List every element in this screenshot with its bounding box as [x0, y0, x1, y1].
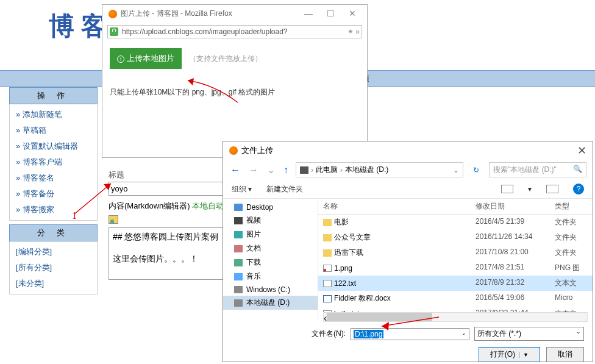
sidebar-item[interactable]: 草稿箱	[10, 123, 97, 138]
file-row[interactable]: 电影2016/4/5 21:39文件夹	[318, 215, 593, 230]
minimize-button[interactable]: —	[298, 9, 319, 18]
preview-pane-button[interactable]	[546, 185, 558, 193]
folder-icon	[234, 217, 243, 224]
sidebar-item[interactable]: 博客签名	[10, 170, 97, 186]
popup-title: 图片上传 - 博客园 - Mozilla Firefox	[121, 9, 232, 19]
filename-value: D:\1.png	[354, 330, 383, 338]
file-row[interactable]: 1.png2017/4/8 21:51PNG 图	[318, 260, 593, 276]
tree-item[interactable]: 文档	[223, 241, 318, 255]
folder-icon	[234, 204, 243, 211]
png-icon	[323, 265, 332, 272]
folder-icon	[323, 249, 332, 257]
address-bar[interactable]: https://upload.cnblogs.com/imageuploader…	[107, 25, 362, 38]
filename-input[interactable]: D:\1.png ⌄	[351, 328, 469, 340]
folder-icon	[234, 245, 243, 252]
tree-item[interactable]: Desktop	[223, 201, 318, 213]
sidebar-category[interactable]: [未分类]	[10, 276, 97, 291]
folder-icon	[234, 299, 243, 307]
search-input[interactable]: 搜索"本地磁盘 (D:)" 🔍	[489, 162, 586, 177]
new-folder-button[interactable]: 新建文件夹	[266, 184, 303, 194]
search-icon: 🔍	[573, 165, 582, 175]
bc-drive[interactable]: 本地磁盘 (D:)	[345, 165, 388, 175]
nav-back-button[interactable]: ←	[229, 165, 241, 176]
sidebar-item[interactable]: 博客客户端	[10, 154, 97, 170]
folder-icon	[234, 231, 243, 238]
sidebar: 操 作 添加新随笔草稿箱设置默认编辑器博客客户端博客签名博客备份博客搬家 分 类…	[9, 87, 98, 294]
sidebar-category[interactable]: [编辑分类]	[10, 244, 97, 260]
tree-item[interactable]: 图片	[223, 227, 318, 241]
col-type[interactable]: 类型	[550, 199, 593, 214]
file-list: 名称 修改日期 类型 电影2016/4/5 21:39文件夹公众号文章2016/…	[318, 199, 593, 321]
txt-icon	[323, 280, 332, 287]
col-name[interactable]: 名称	[318, 199, 471, 214]
file-row[interactable]: 122.txt2017/8/9 21:32文本文	[318, 276, 593, 291]
nav-up-button[interactable]: ↑	[282, 165, 290, 176]
maximize-button[interactable]: ☐	[319, 9, 341, 18]
view-options-button[interactable]	[501, 185, 513, 193]
upload-popup: 图片上传 - 博客园 - Mozilla Firefox — ☐ ✕ https…	[102, 4, 368, 158]
open-label: 打开(O)	[490, 349, 515, 360]
drag-hint: （支持文件拖放上传）	[189, 54, 262, 64]
col-date[interactable]: 修改日期	[471, 199, 550, 214]
search-placeholder: 搜索"本地磁盘 (D:)"	[493, 165, 557, 175]
docx-icon	[323, 295, 332, 302]
cancel-button[interactable]: 取消	[546, 347, 584, 362]
upload-icon: ↑	[117, 55, 124, 63]
nav-forward-button[interactable]: →	[248, 165, 260, 176]
folder-icon	[234, 273, 243, 280]
content-label-text: 内容	[109, 201, 124, 210]
file-type-filter[interactable]: 所有文件 (*.*) ⌄	[474, 327, 584, 341]
folder-icon	[234, 286, 243, 293]
file-row[interactable]: 公众号文章2016/11/26 14:34文件夹	[318, 230, 593, 245]
refresh-button[interactable]: ↻	[469, 164, 483, 176]
tree-item[interactable]: 音乐	[223, 269, 318, 284]
sidebar-cat-header: 分 类	[9, 224, 98, 241]
firefox-icon	[229, 146, 238, 155]
sidebar-ops-header: 操 作	[9, 87, 98, 104]
annotation-1: 1	[72, 210, 77, 221]
nav-dropdown[interactable]: ⌄	[266, 164, 276, 176]
upload-local-image-button[interactable]: ↑上传本地图片	[110, 48, 182, 69]
tree-item[interactable]: 本地磁盘 (D:)	[223, 296, 318, 310]
folder-icon	[323, 234, 332, 241]
folder-icon	[323, 219, 332, 226]
folder-tree: Desktop视频图片文档下载音乐Windows (C:)本地磁盘 (D:)	[223, 199, 318, 321]
filename-label: 文件名(N):	[312, 329, 346, 339]
tree-item[interactable]: 下载	[223, 255, 318, 269]
sidebar-category[interactable]: [所有分类]	[10, 260, 97, 276]
tree-item[interactable]: Windows (C:)	[223, 284, 318, 296]
upload-btn-label: 上传本地图片	[127, 54, 174, 63]
file-row[interactable]: 迅雷下载2017/10/8 21:00文件夹	[318, 245, 593, 260]
addr-tray[interactable]: ✴ »	[347, 27, 360, 36]
file-row[interactable]: Fiddler 教程.docx2016/5/4 19:06Micro	[318, 291, 593, 306]
dialog-close-button[interactable]: ✕	[577, 144, 586, 157]
dialog-title: 文件上传	[241, 145, 273, 156]
sidebar-item[interactable]: 博客搬家	[10, 202, 97, 218]
sidebar-item[interactable]: 添加新随笔	[10, 107, 97, 123]
lock-icon	[110, 27, 118, 36]
insert-image-icon[interactable]	[109, 215, 118, 224]
horiz-scrollbar[interactable]: ‹	[323, 312, 588, 322]
size-hint: 只能上传单张10M以下的 png、jpg、gif 格式的图片	[110, 87, 360, 98]
close-button[interactable]: ✕	[341, 9, 363, 18]
tree-item[interactable]: 视频	[223, 213, 318, 227]
open-button[interactable]: 打开(O) ▼	[479, 347, 540, 362]
content-paren: (Markdown编辑器)	[124, 201, 190, 210]
url-text: https://upload.cnblogs.com/imageuploader…	[122, 27, 347, 36]
pc-icon	[300, 166, 308, 174]
help-button[interactable]: ?	[573, 184, 584, 194]
sidebar-item[interactable]: 设置默认编辑器	[10, 138, 97, 154]
file-dialog: 文件上传 ✕ ← → ⌄ ↑ › 此电脑 › 本地磁盘 (D:) ⌄ ↻ 搜索"…	[223, 141, 593, 362]
organize-button[interactable]: 组织 ▾	[232, 184, 252, 194]
site-logo: 博 客	[49, 9, 107, 43]
filter-label: 所有文件 (*.*)	[477, 329, 521, 339]
bc-pc[interactable]: 此电脑	[316, 165, 338, 175]
breadcrumb[interactable]: › 此电脑 › 本地磁盘 (D:) ⌄	[296, 162, 463, 177]
firefox-icon	[109, 10, 117, 18]
folder-icon	[234, 259, 243, 266]
autosave-label: 本地自动	[192, 201, 224, 210]
sidebar-item[interactable]: 博客备份	[10, 186, 97, 202]
